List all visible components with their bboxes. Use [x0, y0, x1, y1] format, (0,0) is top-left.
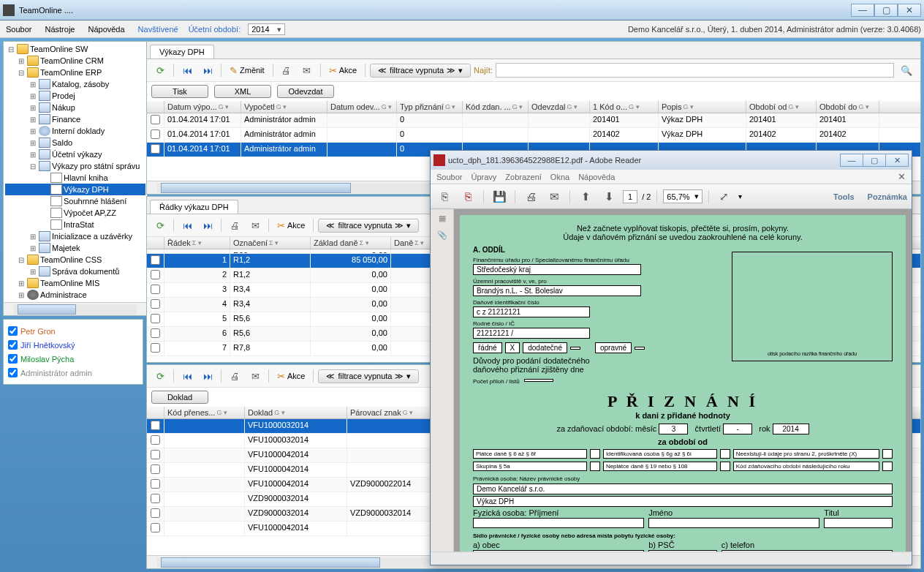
user-filter-item[interactable]: Miloslav Pýcha [8, 352, 138, 366]
odevzdat-button[interactable]: Odevzdat [277, 85, 334, 98]
tools-button[interactable]: Tools [833, 192, 855, 201]
tree-node[interactable]: ⊞Administrace [5, 289, 145, 301]
print-icon[interactable]: 🖨 [521, 187, 540, 206]
tree-node[interactable]: Výpočet AP,ZZ [5, 207, 145, 219]
zoom-select[interactable]: 65,7%▾ [663, 189, 702, 203]
tree-node[interactable]: ⊞TeamOnline MIS [5, 277, 145, 289]
reader-menu-okna[interactable]: Okna [550, 173, 569, 181]
nav-next-button[interactable]: ⏭ [199, 217, 216, 233]
pdf-viewport[interactable]: Než začnete vyplňovat tiskopis, přečtěte… [454, 209, 912, 552]
tree-node[interactable]: ⊟Výkazy pro státní správu [5, 160, 145, 172]
reader-menu-upravy[interactable]: Úpravy [471, 173, 496, 181]
tree-node[interactable]: ⊞Prodej [5, 90, 145, 102]
attachments-icon[interactable]: 📎 [437, 230, 447, 240]
reader-scrollbar[interactable] [431, 552, 912, 565]
page-up-icon[interactable]: ⬆ [576, 187, 595, 206]
nav-first-button[interactable]: ⏮ [178, 368, 196, 384]
tree-node[interactable]: ⊞Katalog, zásoby [5, 78, 145, 90]
page-down-icon[interactable]: ⬇ [599, 187, 618, 206]
doklad-button[interactable]: Doklad [151, 391, 208, 404]
tree-node[interactable]: ⊞TeamOnline CRM [5, 55, 145, 67]
page-current-input[interactable]: 1 [623, 190, 637, 203]
tree-node[interactable]: ⊞Účetní výkazy [5, 148, 145, 160]
nav-first-button[interactable]: ⏮ [178, 62, 196, 78]
tree-node[interactable]: ⊟TeamOnline ERP [5, 67, 145, 78]
user-filter-item[interactable]: Jiří Hnětkovský [8, 338, 138, 352]
tree-scrollbar[interactable] [4, 302, 147, 315]
filter-button[interactable]: ≪filtrace vypnuta≫▾ [318, 219, 419, 233]
tree-node[interactable]: ⊞Majetek [5, 242, 145, 254]
find-input[interactable] [496, 63, 894, 78]
tree-node[interactable]: ⊟TeamOnline CSS [5, 254, 145, 266]
nav-next-button[interactable]: ⏭ [199, 368, 216, 384]
user-filter-item[interactable]: Petr Gron [8, 324, 138, 338]
tab-radky[interactable]: Řádky výkazu DPH [150, 200, 238, 214]
filter-button[interactable]: ≪filtrace vypnuta≫▾ [318, 369, 419, 383]
dic-field: c z 21212121 [473, 306, 590, 317]
tab-vykazy-dph[interactable]: Výkazy DPH [150, 45, 214, 59]
reader-menu-zobrazeni[interactable]: Zobrazení [505, 173, 542, 181]
tree-node[interactable]: Výkazy DPH [5, 184, 145, 195]
close-button[interactable]: ✕ [898, 4, 921, 17]
tree-node[interactable]: ⊞Interní doklady [5, 125, 145, 137]
maximize-button[interactable]: ▢ [874, 4, 898, 17]
search-icon[interactable]: 🔍 [897, 62, 916, 78]
tree-node[interactable]: ⊟TeamOnline SW [5, 43, 145, 55]
refresh-button[interactable]: ⟳ [151, 217, 169, 233]
refresh-button[interactable]: ⟳ [151, 368, 169, 384]
table-row[interactable]: 01.04.2014 17:01Administrátor admin02014… [147, 128, 920, 143]
table-row[interactable]: 01.04.2014 17:01Administrátor admin02014… [147, 113, 920, 128]
reader-menu-soubor[interactable]: Soubor [436, 173, 462, 181]
save-icon[interactable]: 💾 [490, 187, 509, 206]
menu-nastroje[interactable]: Nástroje [42, 23, 77, 35]
reader-sidebar: ▦ 📎 [431, 209, 454, 552]
action-button[interactable]: ✂Akce [273, 368, 308, 384]
window-title: TeamOnline .... [19, 6, 851, 15]
tree-node[interactable]: Souhrnné hlášení [5, 195, 145, 207]
menu-napoveda[interactable]: Nápověda [85, 23, 127, 35]
action-button[interactable]: ✂Akce [273, 217, 308, 233]
nav-first-button[interactable]: ⏮ [178, 217, 196, 233]
print-icon[interactable]: 🖨 [226, 217, 243, 233]
reader-close-button[interactable]: ✕ [885, 154, 909, 167]
tree-node[interactable]: ⊞Nákup [5, 102, 145, 113]
comment-button[interactable]: Poznámka [868, 192, 907, 201]
form-subtitle: k dani z přidané hodnoty [473, 411, 893, 420]
action-button[interactable]: ✂Akce [325, 62, 360, 78]
tisk-button[interactable]: Tisk [151, 85, 208, 98]
mail-icon[interactable]: ✉ [246, 368, 264, 384]
reader-menu-close-icon[interactable]: ✕ [898, 171, 906, 182]
change-button[interactable]: ✎Změnit [226, 62, 268, 78]
reader-toolbar: ⎘ ⎘ 💾 🖨 ✉ ⬆ ⬇ 1 / 2 65,7%▾ ⤢▾ Tools Pozn… [431, 184, 912, 209]
thumbnails-icon[interactable]: ▦ [439, 214, 446, 223]
period-label: Účetní období: [189, 25, 241, 34]
mail-icon[interactable]: ✉ [298, 62, 316, 78]
filter-button[interactable]: ≪filtrace vypnuta≫▾ [370, 64, 471, 78]
minimize-button[interactable]: — [851, 4, 874, 17]
tree-node[interactable]: ⊞Finance [5, 113, 145, 125]
menu-soubor[interactable]: Soubor [3, 23, 34, 35]
mail-icon[interactable]: ✉ [545, 187, 564, 206]
tree-node[interactable]: ⊞Saldo [5, 137, 145, 148]
tree-node[interactable]: IntraStat [5, 219, 145, 230]
tree-node[interactable]: ⊞Správa dokumentů [5, 266, 145, 277]
stamp-box: otisk podacího razítka finančního úřadu [732, 252, 893, 361]
print-icon[interactable]: 🖨 [226, 368, 243, 384]
tree-node[interactable]: ⊞Inicializace a uzávěrky [5, 230, 145, 242]
fullscreen-icon[interactable]: ⤢ [715, 187, 734, 206]
tree-node[interactable]: Hlavní kniha [5, 172, 145, 184]
menu-navstivene[interactable]: Navštívené [135, 23, 181, 35]
reader-minimize-button[interactable]: — [840, 154, 863, 167]
refresh-button[interactable]: ⟳ [151, 62, 169, 78]
reader-maximize-button[interactable]: ▢ [863, 154, 886, 167]
user-filter-item[interactable]: Administrátor admin [8, 366, 138, 380]
create-pdf-icon[interactable]: ⎘ [458, 187, 477, 206]
mail-icon[interactable]: ✉ [246, 217, 264, 233]
period-select[interactable]: 2014 [248, 23, 284, 35]
export-pdf-icon[interactable]: ⎘ [435, 187, 454, 206]
nav-next-button[interactable]: ⏭ [199, 62, 216, 78]
reader-icon [433, 154, 445, 166]
print-icon[interactable]: 🖨 [278, 62, 295, 78]
reader-menu-napoveda[interactable]: Nápověda [578, 173, 615, 181]
xml-button[interactable]: XML [214, 85, 271, 98]
